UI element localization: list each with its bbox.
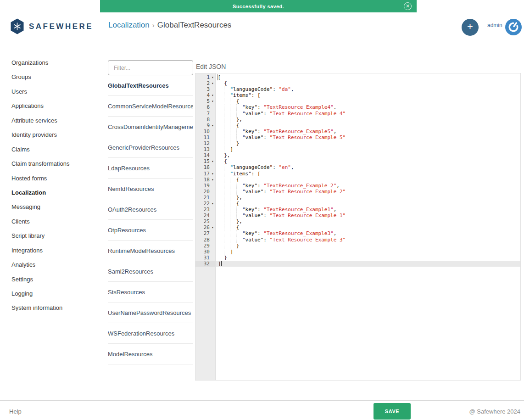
code-line-content: "value": "Text Resource Example 2" [216, 189, 520, 195]
resource-item-usernamepasswordresources[interactable]: UserNamePasswordResources [108, 302, 193, 323]
sidebar-item-claims[interactable]: Claims [11, 142, 99, 157]
fold-arrow-icon[interactable]: ▾ [210, 98, 216, 104]
sidebar-item-messaging[interactable]: Messaging [11, 200, 99, 214]
indent-guide [224, 123, 224, 129]
resource-item-modelresources[interactable]: ModelResources [108, 344, 193, 364]
editor-line[interactable]: 7 "value": "Text Resource Example 4" [195, 111, 520, 117]
fold-arrow-icon[interactable]: ▾ [210, 177, 216, 183]
editor-line[interactable]: 26▾ { [195, 224, 520, 230]
resource-item-ldapresources[interactable]: LdapResources [108, 158, 193, 179]
resource-item-nemidresources[interactable]: NemIdResources [108, 179, 193, 199]
editor-line[interactable]: 19 "key": "TextResource_Example 2", [195, 183, 520, 189]
sidebar-item-attribute-services[interactable]: Attribute services [11, 113, 99, 128]
editor-line[interactable]: 16 "languageCode": "en", [195, 164, 520, 170]
sidebar-item-groups[interactable]: Groups [11, 70, 99, 84]
json-string-token: "Text Resource Example 4" [270, 111, 346, 117]
logout-button[interactable] [505, 18, 522, 36]
sidebar-item-users[interactable]: Users [11, 84, 99, 99]
fold-arrow-icon[interactable]: ▾ [210, 171, 216, 177]
editor-line[interactable]: 8 }, [195, 117, 520, 123]
sidebar-item-settings[interactable]: Settings [11, 272, 99, 286]
save-button[interactable]: SAVE [373, 403, 411, 420]
line-number-cell: 31 [195, 255, 216, 261]
editor-line[interactable]: 11 "value": "Text Resource Example 5" [195, 134, 520, 140]
breadcrumb-section-link[interactable]: Localization [108, 21, 150, 29]
resource-item-otpresources[interactable]: OtpResources [108, 220, 193, 241]
code-line-content: "value": "Text Resource Example 5" [216, 134, 520, 140]
footer-divider [0, 400, 524, 401]
sidebar-item-applications[interactable]: Applications [11, 99, 99, 113]
fold-arrow-placeholder [210, 104, 216, 110]
json-plain-token: "value": [218, 189, 270, 195]
resource-item-oauth2resources[interactable]: OAuth2Resources [108, 199, 193, 220]
editor-line[interactable]: 15▾ { [195, 158, 520, 164]
fold-arrow-icon[interactable]: ▾ [210, 224, 216, 230]
fold-arrow-icon[interactable]: ▾ [210, 74, 216, 80]
resource-item-globaltextresources[interactable]: GlobalTextResources [108, 75, 193, 96]
editor-line[interactable]: 5▾ { [195, 98, 520, 104]
resource-item-commonservicemodelresources[interactable]: CommonServiceModelResources [108, 96, 193, 117]
json-editor[interactable]: 1▾[2▾ {3 "languageCode": "da",4▾ "items"… [195, 73, 521, 381]
sidebar-item-script-library[interactable]: Script library [11, 229, 99, 243]
editor-line[interactable]: 32] [195, 261, 520, 267]
sidebar-item-hosted-forms[interactable]: Hosted forms [11, 171, 99, 185]
fold-arrow-icon[interactable]: ▾ [210, 123, 216, 129]
line-number-cell: 8 [195, 117, 216, 123]
help-link[interactable]: Help [9, 408, 22, 415]
brand-logo[interactable]: SAFEWHERE [10, 18, 93, 34]
code-line-content: { [216, 98, 520, 104]
editor-line[interactable]: 29 } [195, 243, 520, 249]
resource-item-wsfederationresources[interactable]: WSFederationResources [108, 323, 193, 344]
resource-item-saml2resources[interactable]: Saml2Resources [108, 261, 193, 282]
editor-line[interactable]: 21 }, [195, 195, 520, 201]
fold-arrow-icon[interactable]: ▾ [210, 80, 216, 86]
sidebar-item-organizations[interactable]: Organizations [11, 56, 99, 70]
editor-line[interactable]: 12 } [195, 140, 520, 146]
indent-guide [230, 129, 230, 134]
code-line-content: [ [216, 74, 520, 80]
editor-line[interactable]: 22▾ { [195, 201, 520, 207]
editor-line[interactable]: 9▾ { [195, 123, 520, 129]
editor-line[interactable]: 27 "key": "TextResource_Example3", [195, 230, 520, 236]
editor-line[interactable]: 23 "key": "TextResource_Example1", [195, 207, 520, 213]
code-line-content: "value": "Text Resource Example 1" [216, 213, 520, 218]
fold-arrow-icon[interactable]: ▾ [210, 201, 216, 207]
sidebar-item-claim-transformations[interactable]: Claim transformations [11, 157, 99, 171]
add-button[interactable]: + [462, 19, 479, 36]
fold-arrow-icon[interactable]: ▾ [210, 158, 216, 164]
filter-input[interactable] [108, 60, 193, 75]
editor-line[interactable]: 24 "value": "Text Resource Example 1" [195, 213, 520, 218]
line-number-cell: 22▾ [195, 201, 216, 207]
sidebar-item-logging[interactable]: Logging [11, 286, 99, 301]
editor-line[interactable]: 4▾ "items": [ [195, 92, 520, 98]
editor-line[interactable]: 25 }, [195, 218, 520, 224]
sidebar-item-identity-providers[interactable]: Identity providers [11, 128, 99, 142]
editor-line[interactable]: 2▾ { [195, 80, 520, 86]
resource-item-genericproviderresources[interactable]: GenericProviderResources [108, 137, 193, 158]
sidebar-item-clients[interactable]: Clients [11, 214, 99, 229]
sidebar-item-analytics[interactable]: Analytics [11, 258, 99, 272]
resource-item-runtimemodelresources[interactable]: RuntimeModelResources [108, 241, 193, 261]
editor-line[interactable]: 31 } [195, 255, 520, 261]
editor-line[interactable]: 13 ] [195, 146, 520, 152]
sidebar-item-localization[interactable]: Localization [11, 185, 99, 200]
editor-line[interactable]: 14 }, [195, 152, 520, 158]
line-number: 29 [198, 243, 210, 249]
editor-line[interactable]: 17▾ "items": [ [195, 171, 520, 177]
editor-line[interactable]: 1▾[ [195, 74, 520, 80]
fold-arrow-icon[interactable]: ▾ [210, 92, 216, 98]
editor-line[interactable]: 30 ] [195, 249, 520, 255]
editor-line[interactable]: 6 "key": "TextResource_Example4", [195, 104, 520, 110]
sidebar-item-system-information[interactable]: System information [11, 301, 99, 315]
editor-line[interactable]: 18▾ { [195, 177, 520, 183]
indent-guide [224, 183, 224, 189]
editor-line[interactable]: 10 "key": "TextResource_Example5", [195, 129, 520, 134]
editor-line[interactable]: 28 "value": "Text Resource Example 3" [195, 237, 520, 243]
sidebar-item-integrations[interactable]: Integrations [11, 243, 99, 258]
toast-close-icon[interactable]: ✕ [404, 2, 412, 10]
username-label[interactable]: admin [487, 22, 502, 28]
editor-line[interactable]: 3 "languageCode": "da", [195, 86, 520, 92]
editor-line[interactable]: 20 "value": "Text Resource Example 2" [195, 189, 520, 195]
resource-item-crossdomainidentitymanagementresources[interactable]: CrossDomainIdentityManagementResources [108, 117, 193, 137]
resource-item-stsresources[interactable]: StsResources [108, 282, 193, 302]
